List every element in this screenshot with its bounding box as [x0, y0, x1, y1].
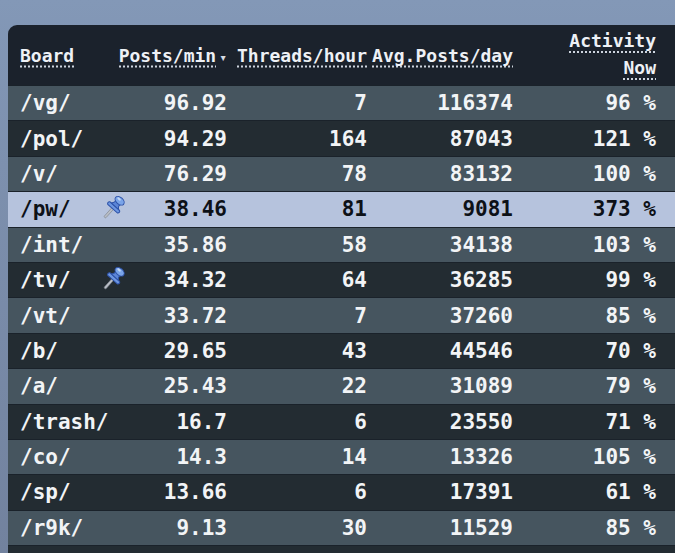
- threads-per-hour-value: 7: [227, 304, 367, 328]
- posts-per-min-value: 34.32: [138, 268, 227, 292]
- board-link[interactable]: /pw/: [20, 197, 71, 221]
- avg-posts-per-day-value: 87043: [367, 127, 513, 151]
- board-cell: /v/: [8, 162, 138, 186]
- board-link[interactable]: /r9k/: [20, 516, 83, 540]
- column-header-board[interactable]: Board: [20, 45, 74, 66]
- threads-per-hour-value: 78: [227, 162, 367, 186]
- board-cell: /a/: [8, 374, 138, 398]
- avg-posts-per-day-value: 116374: [367, 91, 513, 115]
- board-cell: /sp/: [8, 480, 138, 504]
- table-row[interactable]: /vt/ 33.72 7 37260 85 %: [8, 297, 675, 332]
- avg-posts-per-day-value: 9081: [367, 197, 513, 221]
- avg-posts-per-day-value: 23550: [367, 410, 513, 434]
- board-link[interactable]: /vg/: [20, 91, 71, 115]
- avg-posts-per-day-value: 34138: [367, 233, 513, 257]
- board-link[interactable]: /b/: [20, 339, 58, 363]
- threads-per-hour-value: 6: [227, 480, 367, 504]
- posts-per-min-value: 29.65: [138, 339, 227, 363]
- table-row[interactable]: /a/ 25.43 22 31089 79 %: [8, 368, 675, 403]
- column-header-activity-now[interactable]: Activity Now: [569, 25, 656, 85]
- table-row[interactable]: /vg/ 96.92 7 116374 96 %: [8, 85, 675, 120]
- activity-now-value: 105 %: [513, 445, 656, 469]
- activity-now-value: 96 %: [513, 91, 656, 115]
- posts-per-min-value: 38.46: [138, 197, 227, 221]
- avg-posts-per-day-value: 13326: [367, 445, 513, 469]
- column-header-posts-min[interactable]: Posts/min▾: [119, 45, 227, 66]
- posts-per-min-value: 76.29: [138, 162, 227, 186]
- pushpin-icon[interactable]: [100, 194, 128, 225]
- activity-now-value: 70 %: [513, 339, 656, 363]
- board-cell: /pol/: [8, 127, 138, 151]
- table-row[interactable]: /pw/ 38.46 81 9081 373 %: [8, 191, 675, 226]
- posts-per-min-value: 33.72: [138, 304, 227, 328]
- posts-per-min-value: 9.13: [138, 516, 227, 540]
- board-cell: /r9k/: [8, 516, 138, 540]
- table-row[interactable]: /co/ 14.3 14 13326 105 %: [8, 439, 675, 474]
- activity-now-value: 100 %: [513, 162, 656, 186]
- column-header-avg-posts-day-label: Avg.Posts/day: [372, 45, 513, 66]
- avg-posts-per-day-value: 11529: [367, 516, 513, 540]
- table-header: Board Posts/min▾ Threads/hour Avg.Posts/…: [8, 25, 675, 85]
- activity-now-value: 103 %: [513, 233, 656, 257]
- board-link[interactable]: /vt/: [20, 304, 71, 328]
- posts-per-min-value: 16.7: [138, 410, 227, 434]
- avg-posts-per-day-value: 36285: [367, 268, 513, 292]
- board-link[interactable]: /trash/: [20, 410, 109, 434]
- table-row[interactable]: /r9k/ 9.13 30 11529 85 %: [8, 510, 675, 545]
- threads-per-hour-value: 64: [227, 268, 367, 292]
- posts-per-min-value: 25.43: [138, 374, 227, 398]
- threads-per-hour-value: 6: [227, 410, 367, 434]
- table-row[interactable]: /pol/ 94.29 164 87043 121 %: [8, 120, 675, 155]
- board-cell: /tv/: [8, 268, 138, 292]
- threads-per-hour-value: 7: [227, 91, 367, 115]
- avg-posts-per-day-value: 17391: [367, 480, 513, 504]
- posts-per-min-value: 35.86: [138, 233, 227, 257]
- board-link[interactable]: /v/: [20, 162, 58, 186]
- threads-per-hour-value: 58: [227, 233, 367, 257]
- board-cell: /co/: [8, 445, 138, 469]
- table-row[interactable]: /b/ 29.65 43 44546 70 %: [8, 333, 675, 368]
- threads-per-hour-value: 43: [227, 339, 367, 363]
- threads-per-hour-value: 14: [227, 445, 367, 469]
- column-header-avg-posts-day[interactable]: Avg.Posts/day: [372, 45, 513, 66]
- column-header-now-label: Now: [623, 57, 656, 78]
- activity-now-value: 85 %: [513, 516, 656, 540]
- table-row-cutoff: [8, 545, 675, 553]
- pushpin-icon[interactable]: [100, 265, 128, 296]
- board-cell: /trash/: [8, 410, 138, 434]
- threads-per-hour-value: 81: [227, 197, 367, 221]
- activity-now-value: 121 %: [513, 127, 656, 151]
- posts-per-min-value: 13.66: [138, 480, 227, 504]
- posts-per-min-value: 96.92: [138, 91, 227, 115]
- avg-posts-per-day-value: 37260: [367, 304, 513, 328]
- board-link[interactable]: /int/: [20, 233, 83, 257]
- column-header-board-label: Board: [20, 45, 74, 66]
- avg-posts-per-day-value: 83132: [367, 162, 513, 186]
- board-cell: /vt/: [8, 304, 138, 328]
- activity-now-value: 99 %: [513, 268, 656, 292]
- posts-per-min-value: 94.29: [138, 127, 227, 151]
- board-link[interactable]: /a/: [20, 374, 58, 398]
- column-header-threads-hour[interactable]: Threads/hour: [237, 45, 367, 66]
- table-row[interactable]: /tv/ 34.32 64 36285 99 %: [8, 262, 675, 297]
- page-background: Board Posts/min▾ Threads/hour Avg.Posts/…: [0, 0, 675, 553]
- board-link[interactable]: /pol/: [20, 127, 83, 151]
- table-row[interactable]: /int/ 35.86 58 34138 103 %: [8, 227, 675, 262]
- threads-per-hour-value: 30: [227, 516, 367, 540]
- table-row[interactable]: /v/ 76.29 78 83132 100 %: [8, 156, 675, 191]
- chevron-down-icon: ▾: [219, 50, 227, 65]
- activity-now-value: 71 %: [513, 410, 656, 434]
- activity-now-value: 61 %: [513, 480, 656, 504]
- board-link[interactable]: /co/: [20, 445, 71, 469]
- table-row[interactable]: /trash/ 16.7 6 23550 71 %: [8, 404, 675, 439]
- activity-now-value: 373 %: [513, 197, 656, 221]
- board-cell: /pw/: [8, 197, 138, 221]
- board-link[interactable]: /tv/: [20, 268, 71, 292]
- board-cell: /b/: [8, 339, 138, 363]
- board-link[interactable]: /sp/: [20, 480, 71, 504]
- table-row[interactable]: /sp/ 13.66 6 17391 61 %: [8, 474, 675, 509]
- column-header-activity-label: Activity: [569, 30, 656, 51]
- board-stats-table: Board Posts/min▾ Threads/hour Avg.Posts/…: [8, 25, 675, 553]
- threads-per-hour-value: 164: [227, 127, 367, 151]
- threads-per-hour-value: 22: [227, 374, 367, 398]
